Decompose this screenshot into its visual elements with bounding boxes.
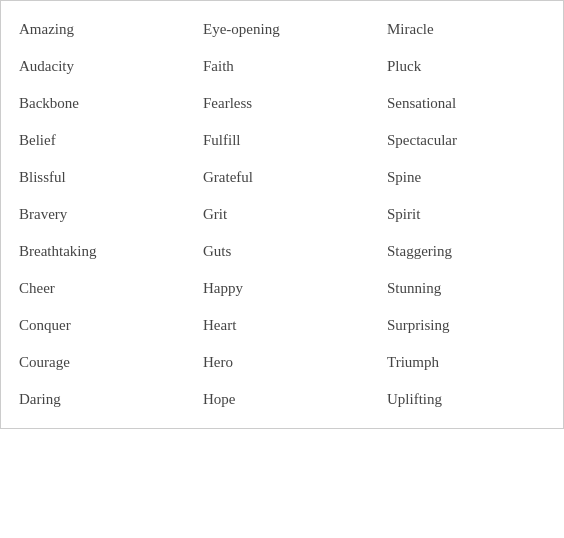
list-item: Eye-opening <box>195 11 379 48</box>
list-item: Staggering <box>379 233 563 270</box>
list-item: Spine <box>379 159 563 196</box>
list-item: Uplifting <box>379 381 563 418</box>
list-item: Grateful <box>195 159 379 196</box>
list-item: Courage <box>11 344 195 381</box>
list-item: Grit <box>195 196 379 233</box>
list-item: Hero <box>195 344 379 381</box>
list-item: Guts <box>195 233 379 270</box>
list-item: Fulfill <box>195 122 379 159</box>
list-item: Cheer <box>11 270 195 307</box>
list-item: Fearless <box>195 85 379 122</box>
list-item: Backbone <box>11 85 195 122</box>
list-item: Surprising <box>379 307 563 344</box>
list-item: Faith <box>195 48 379 85</box>
list-item: Blissful <box>11 159 195 196</box>
list-item: Bravery <box>11 196 195 233</box>
list-item: Breathtaking <box>11 233 195 270</box>
list-item: Audacity <box>11 48 195 85</box>
list-item: Miracle <box>379 11 563 48</box>
list-item: Happy <box>195 270 379 307</box>
list-item: Stunning <box>379 270 563 307</box>
list-item: Conquer <box>11 307 195 344</box>
list-item: Hope <box>195 381 379 418</box>
word-list-grid: AmazingAudacityBackboneBeliefBlissfulBra… <box>0 0 564 429</box>
column-2: Eye-openingFaithFearlessFulfillGratefulG… <box>195 11 379 418</box>
list-item: Triumph <box>379 344 563 381</box>
list-item: Heart <box>195 307 379 344</box>
list-item: Sensational <box>379 85 563 122</box>
list-item: Daring <box>11 381 195 418</box>
list-item: Spirit <box>379 196 563 233</box>
column-3: MiraclePluckSensationalSpectacularSpineS… <box>379 11 563 418</box>
list-item: Belief <box>11 122 195 159</box>
column-1: AmazingAudacityBackboneBeliefBlissfulBra… <box>11 11 195 418</box>
list-item: Spectacular <box>379 122 563 159</box>
list-item: Amazing <box>11 11 195 48</box>
list-item: Pluck <box>379 48 563 85</box>
